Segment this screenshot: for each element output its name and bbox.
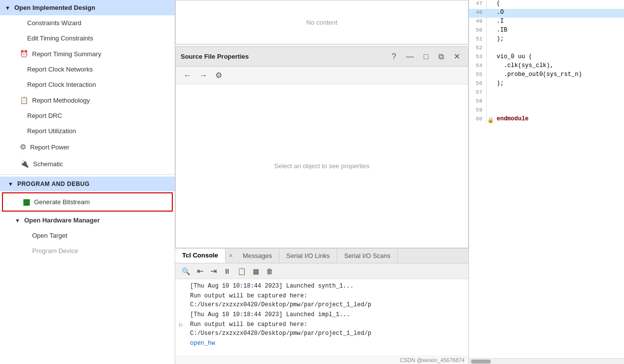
search-console-button[interactable]: 🔍 xyxy=(179,266,193,276)
properties-controls: ? — □ ⧉ ✕ xyxy=(389,51,463,62)
line-num-49: 49 xyxy=(469,18,487,27)
sidebar-item-report-timing-summary[interactable]: ⏰ Report Timing Summary xyxy=(0,46,175,62)
line-content-49: .I xyxy=(495,18,504,27)
watermark: CSDN @weixin_45676874 xyxy=(175,356,468,364)
console-text-3: [Thu Aug 10 10:18:44 2023] Launched impl… xyxy=(190,310,350,319)
line-content-57 xyxy=(495,89,500,98)
sidebar-item-report-timing-summary-label: Report Timing Summary xyxy=(32,50,101,58)
sidebar-item-generate-bitstream[interactable]: ▦ Generate Bitstream xyxy=(2,192,173,212)
sidebar-section-implement-label: Open Implemented Design xyxy=(14,4,95,11)
sidebar-item-generate-bitstream-label: Generate Bitstream xyxy=(34,198,90,206)
properties-panel: Source File Properties ? — □ ⧉ ✕ ← → ⚙ S… xyxy=(175,46,468,248)
line-num-56: 56 xyxy=(469,80,487,89)
minimize-button[interactable]: — xyxy=(403,51,417,62)
center-panel: No content Source File Properties ? — □ … xyxy=(175,0,468,364)
sidebar: ▼ Open Implemented Design Constraints Wi… xyxy=(0,0,175,364)
console-panel: Tcl Console ✕ Messages Serial I/O Links … xyxy=(175,248,468,364)
tab-messages[interactable]: Messages xyxy=(236,249,279,262)
no-content-panel: No content xyxy=(175,0,468,44)
sidebar-item-report-clock-networks-label: Report Clock Networks xyxy=(27,66,93,73)
sidebar-item-constraints-wizard-label: Constraints Wizard xyxy=(27,19,81,27)
code-body[interactable]: 47 ( 48 .O 49 .I 50 .IB xyxy=(469,0,624,358)
sidebar-item-report-clock-networks[interactable]: Report Clock Networks xyxy=(0,62,175,77)
line-num-60: 60 xyxy=(469,115,487,124)
line-content-48: .O xyxy=(495,9,504,18)
restore-button[interactable]: □ xyxy=(421,51,431,62)
line-gutter-50 xyxy=(487,27,495,36)
code-line-56: 56 ); xyxy=(469,80,624,89)
line-num-53: 53 xyxy=(469,53,487,62)
line-gutter-53 xyxy=(487,53,495,62)
line-content-58 xyxy=(495,98,500,107)
back-nav-button[interactable]: ← xyxy=(181,70,195,81)
sidebar-item-open-target[interactable]: Open Target xyxy=(0,228,175,243)
line-content-60: endmodule xyxy=(495,115,529,124)
clock-icon: ⏰ xyxy=(20,50,28,58)
tcl-console-close[interactable]: ✕ xyxy=(226,250,236,262)
line-content-53: vio_0 uu ( xyxy=(495,53,532,62)
line-num-59: 59 xyxy=(469,107,487,115)
sidebar-item-constraints-wizard[interactable]: Constraints Wizard xyxy=(0,15,175,31)
code-line-48: 48 .O xyxy=(469,9,624,18)
console-line: [Thu Aug 10 10:18:44 2023] Launched impl… xyxy=(179,310,465,320)
h-scroll-thumb[interactable] xyxy=(471,360,491,364)
columns-button[interactable]: ▦ xyxy=(250,266,262,276)
sidebar-item-report-methodology[interactable]: 📋 Report Methodology xyxy=(0,92,175,108)
line-content-55: .probe_out0(sys_rst_n) xyxy=(495,71,582,80)
code-line-54: 54 .clk(sys_clk), xyxy=(469,62,624,71)
properties-header: Source File Properties ? — □ ⧉ ✕ xyxy=(176,47,468,67)
console-line: ▷ Run output will be captured here: C:/U… xyxy=(179,320,465,338)
tab-serial-io-links[interactable]: Serial I/O Links xyxy=(279,249,337,262)
line-content-52 xyxy=(495,44,500,53)
sidebar-item-program-device[interactable]: Program Device xyxy=(0,243,175,258)
sidebar-item-open-hardware-manager-label: Open Hardware Manager xyxy=(24,217,100,224)
line-content-59 xyxy=(495,107,500,115)
sidebar-item-report-power-label: Report Power xyxy=(30,144,69,151)
help-button[interactable]: ? xyxy=(389,51,399,62)
divider xyxy=(0,174,175,175)
line-gutter-58 xyxy=(487,98,495,107)
code-line-55: 55 .probe_out0(sys_rst_n) xyxy=(469,71,624,80)
code-line-57: 57 xyxy=(469,89,624,98)
code-panel: 47 ( 48 .O 49 .I 50 .IB xyxy=(468,0,624,364)
sidebar-section-implement[interactable]: ▼ Open Implemented Design xyxy=(0,0,175,15)
sidebar-item-schematic[interactable]: 🔌 Schematic xyxy=(0,155,175,172)
sidebar-item-report-clock-interaction[interactable]: Report Clock Interaction xyxy=(0,77,175,92)
tab-tcl-console[interactable]: Tcl Console xyxy=(175,249,226,263)
settings-nav-button[interactable]: ⚙ xyxy=(212,70,225,81)
chevron-down-icon-hw: ▼ xyxy=(15,218,20,223)
close-button[interactable]: ✕ xyxy=(451,51,463,62)
sidebar-item-report-utilization[interactable]: Report Utilization xyxy=(0,123,175,139)
sidebar-item-program-device-label: Program Device xyxy=(32,247,78,255)
sidebar-item-schematic-label: Schematic xyxy=(33,160,63,168)
line-num-55: 55 xyxy=(469,71,487,80)
code-scrollbar-horizontal[interactable] xyxy=(469,358,624,364)
pause-button[interactable]: ⏸ xyxy=(221,266,233,276)
float-button[interactable]: ⧉ xyxy=(435,51,447,62)
jump-bottom-button[interactable]: ⇥ xyxy=(208,265,219,277)
sidebar-item-report-drc[interactable]: Report DRC xyxy=(0,108,175,123)
clear-button[interactable]: 🗑 xyxy=(264,266,275,276)
sidebar-item-report-power[interactable]: ⚙ Report Power xyxy=(0,139,175,155)
code-line-59: 59 xyxy=(469,107,624,115)
console-line: [Thu Aug 10 10:18:44 2023] Launched synt… xyxy=(179,281,465,291)
code-line-49: 49 .I xyxy=(469,18,624,27)
line-gutter-55 xyxy=(487,71,495,80)
copy-button[interactable]: 📋 xyxy=(235,266,248,276)
console-text-4: Run output will be captured here: C:/Use… xyxy=(190,320,465,338)
line-num-47: 47 xyxy=(469,0,487,9)
sidebar-item-open-hardware-manager[interactable]: ▼ Open Hardware Manager xyxy=(0,213,175,228)
forward-nav-button[interactable]: → xyxy=(196,70,210,81)
line-content-56: ); xyxy=(495,80,504,89)
sidebar-item-report-drc-label: Report DRC xyxy=(27,112,62,119)
properties-placeholder: Select an object to see properties xyxy=(274,162,370,170)
tab-serial-io-scans[interactable]: Serial I/O Scans xyxy=(337,249,398,262)
console-body[interactable]: [Thu Aug 10 10:18:44 2023] Launched synt… xyxy=(175,279,468,356)
jump-top-button[interactable]: ⇤ xyxy=(195,265,206,277)
code-line-51: 51 ); xyxy=(469,36,624,44)
chevron-down-icon-program: ▼ xyxy=(8,181,13,187)
line-content-51: ); xyxy=(495,36,504,44)
sidebar-item-edit-timing[interactable]: Edit Timing Constraints xyxy=(0,31,175,46)
schematic-icon: 🔌 xyxy=(20,159,29,168)
sidebar-section-program[interactable]: ▼ PROGRAM AND DEBUG xyxy=(0,177,175,191)
